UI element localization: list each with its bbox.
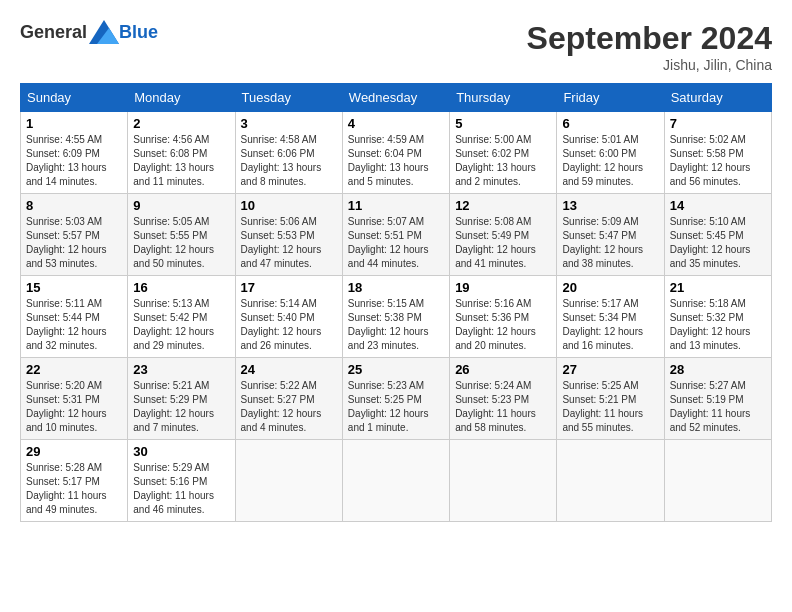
day-number: 21	[670, 280, 766, 295]
calendar-cell: 12Sunrise: 5:08 AMSunset: 5:49 PMDayligh…	[450, 194, 557, 276]
calendar-cell: 11Sunrise: 5:07 AMSunset: 5:51 PMDayligh…	[342, 194, 449, 276]
day-info: Sunrise: 5:29 AMSunset: 5:16 PMDaylight:…	[133, 461, 229, 517]
day-number: 5	[455, 116, 551, 131]
day-info: Sunrise: 5:06 AMSunset: 5:53 PMDaylight:…	[241, 215, 337, 271]
day-info: Sunrise: 5:21 AMSunset: 5:29 PMDaylight:…	[133, 379, 229, 435]
calendar-cell: 21Sunrise: 5:18 AMSunset: 5:32 PMDayligh…	[664, 276, 771, 358]
day-info: Sunrise: 5:22 AMSunset: 5:27 PMDaylight:…	[241, 379, 337, 435]
day-number: 9	[133, 198, 229, 213]
calendar-cell: 22Sunrise: 5:20 AMSunset: 5:31 PMDayligh…	[21, 358, 128, 440]
day-info: Sunrise: 5:08 AMSunset: 5:49 PMDaylight:…	[455, 215, 551, 271]
calendar-cell: 15Sunrise: 5:11 AMSunset: 5:44 PMDayligh…	[21, 276, 128, 358]
calendar-cell: 4Sunrise: 4:59 AMSunset: 6:04 PMDaylight…	[342, 112, 449, 194]
title-block: September 2024 Jishu, Jilin, China	[527, 20, 772, 73]
calendar-week-row: 15Sunrise: 5:11 AMSunset: 5:44 PMDayligh…	[21, 276, 772, 358]
calendar-cell: 3Sunrise: 4:58 AMSunset: 6:06 PMDaylight…	[235, 112, 342, 194]
day-info: Sunrise: 5:11 AMSunset: 5:44 PMDaylight:…	[26, 297, 122, 353]
calendar-cell: 27Sunrise: 5:25 AMSunset: 5:21 PMDayligh…	[557, 358, 664, 440]
calendar-cell: 14Sunrise: 5:10 AMSunset: 5:45 PMDayligh…	[664, 194, 771, 276]
page-header: General Blue September 2024 Jishu, Jilin…	[20, 20, 772, 73]
calendar-cell: 8Sunrise: 5:03 AMSunset: 5:57 PMDaylight…	[21, 194, 128, 276]
calendar-cell: 19Sunrise: 5:16 AMSunset: 5:36 PMDayligh…	[450, 276, 557, 358]
logo-blue: Blue	[119, 22, 158, 43]
day-number: 11	[348, 198, 444, 213]
calendar-cell: 6Sunrise: 5:01 AMSunset: 6:00 PMDaylight…	[557, 112, 664, 194]
day-number: 15	[26, 280, 122, 295]
day-number: 19	[455, 280, 551, 295]
day-number: 4	[348, 116, 444, 131]
logo-icon	[89, 20, 119, 44]
day-info: Sunrise: 5:27 AMSunset: 5:19 PMDaylight:…	[670, 379, 766, 435]
calendar-cell: 13Sunrise: 5:09 AMSunset: 5:47 PMDayligh…	[557, 194, 664, 276]
day-info: Sunrise: 5:25 AMSunset: 5:21 PMDaylight:…	[562, 379, 658, 435]
day-number: 22	[26, 362, 122, 377]
day-number: 27	[562, 362, 658, 377]
day-info: Sunrise: 4:56 AMSunset: 6:08 PMDaylight:…	[133, 133, 229, 189]
calendar-cell: 7Sunrise: 5:02 AMSunset: 5:58 PMDaylight…	[664, 112, 771, 194]
calendar-cell: 23Sunrise: 5:21 AMSunset: 5:29 PMDayligh…	[128, 358, 235, 440]
calendar-header-row: SundayMondayTuesdayWednesdayThursdayFrid…	[21, 84, 772, 112]
day-info: Sunrise: 5:20 AMSunset: 5:31 PMDaylight:…	[26, 379, 122, 435]
day-number: 24	[241, 362, 337, 377]
day-info: Sunrise: 5:17 AMSunset: 5:34 PMDaylight:…	[562, 297, 658, 353]
calendar-cell: 30Sunrise: 5:29 AMSunset: 5:16 PMDayligh…	[128, 440, 235, 522]
day-info: Sunrise: 5:10 AMSunset: 5:45 PMDaylight:…	[670, 215, 766, 271]
calendar-cell: 5Sunrise: 5:00 AMSunset: 6:02 PMDaylight…	[450, 112, 557, 194]
logo: General Blue	[20, 20, 158, 44]
day-number: 7	[670, 116, 766, 131]
calendar-cell: 9Sunrise: 5:05 AMSunset: 5:55 PMDaylight…	[128, 194, 235, 276]
calendar-cell: 10Sunrise: 5:06 AMSunset: 5:53 PMDayligh…	[235, 194, 342, 276]
day-header-tuesday: Tuesday	[235, 84, 342, 112]
day-header-sunday: Sunday	[21, 84, 128, 112]
day-info: Sunrise: 5:24 AMSunset: 5:23 PMDaylight:…	[455, 379, 551, 435]
calendar-cell: 1Sunrise: 4:55 AMSunset: 6:09 PMDaylight…	[21, 112, 128, 194]
calendar-cell: 18Sunrise: 5:15 AMSunset: 5:38 PMDayligh…	[342, 276, 449, 358]
day-number: 16	[133, 280, 229, 295]
day-number: 25	[348, 362, 444, 377]
logo-general: General	[20, 22, 87, 43]
day-number: 8	[26, 198, 122, 213]
calendar-cell: 16Sunrise: 5:13 AMSunset: 5:42 PMDayligh…	[128, 276, 235, 358]
day-number: 13	[562, 198, 658, 213]
calendar-week-row: 1Sunrise: 4:55 AMSunset: 6:09 PMDaylight…	[21, 112, 772, 194]
month-title: September 2024	[527, 20, 772, 57]
day-number: 2	[133, 116, 229, 131]
day-header-wednesday: Wednesday	[342, 84, 449, 112]
day-number: 6	[562, 116, 658, 131]
day-number: 30	[133, 444, 229, 459]
calendar-cell: 20Sunrise: 5:17 AMSunset: 5:34 PMDayligh…	[557, 276, 664, 358]
day-number: 26	[455, 362, 551, 377]
day-info: Sunrise: 4:59 AMSunset: 6:04 PMDaylight:…	[348, 133, 444, 189]
day-number: 29	[26, 444, 122, 459]
day-info: Sunrise: 5:01 AMSunset: 6:00 PMDaylight:…	[562, 133, 658, 189]
calendar-cell: 2Sunrise: 4:56 AMSunset: 6:08 PMDaylight…	[128, 112, 235, 194]
calendar-cell	[664, 440, 771, 522]
calendar-week-row: 8Sunrise: 5:03 AMSunset: 5:57 PMDaylight…	[21, 194, 772, 276]
day-info: Sunrise: 4:55 AMSunset: 6:09 PMDaylight:…	[26, 133, 122, 189]
day-info: Sunrise: 5:16 AMSunset: 5:36 PMDaylight:…	[455, 297, 551, 353]
day-number: 12	[455, 198, 551, 213]
calendar-table: SundayMondayTuesdayWednesdayThursdayFrid…	[20, 83, 772, 522]
day-number: 20	[562, 280, 658, 295]
day-number: 1	[26, 116, 122, 131]
day-header-saturday: Saturday	[664, 84, 771, 112]
day-info: Sunrise: 5:28 AMSunset: 5:17 PMDaylight:…	[26, 461, 122, 517]
day-header-friday: Friday	[557, 84, 664, 112]
calendar-cell	[235, 440, 342, 522]
day-info: Sunrise: 5:00 AMSunset: 6:02 PMDaylight:…	[455, 133, 551, 189]
day-number: 3	[241, 116, 337, 131]
calendar-cell: 29Sunrise: 5:28 AMSunset: 5:17 PMDayligh…	[21, 440, 128, 522]
day-header-monday: Monday	[128, 84, 235, 112]
calendar-week-row: 22Sunrise: 5:20 AMSunset: 5:31 PMDayligh…	[21, 358, 772, 440]
day-number: 18	[348, 280, 444, 295]
calendar-cell	[342, 440, 449, 522]
day-info: Sunrise: 5:23 AMSunset: 5:25 PMDaylight:…	[348, 379, 444, 435]
calendar-cell	[450, 440, 557, 522]
day-info: Sunrise: 5:02 AMSunset: 5:58 PMDaylight:…	[670, 133, 766, 189]
day-info: Sunrise: 5:09 AMSunset: 5:47 PMDaylight:…	[562, 215, 658, 271]
calendar-cell: 26Sunrise: 5:24 AMSunset: 5:23 PMDayligh…	[450, 358, 557, 440]
day-number: 14	[670, 198, 766, 213]
day-number: 23	[133, 362, 229, 377]
location: Jishu, Jilin, China	[527, 57, 772, 73]
calendar-cell: 24Sunrise: 5:22 AMSunset: 5:27 PMDayligh…	[235, 358, 342, 440]
